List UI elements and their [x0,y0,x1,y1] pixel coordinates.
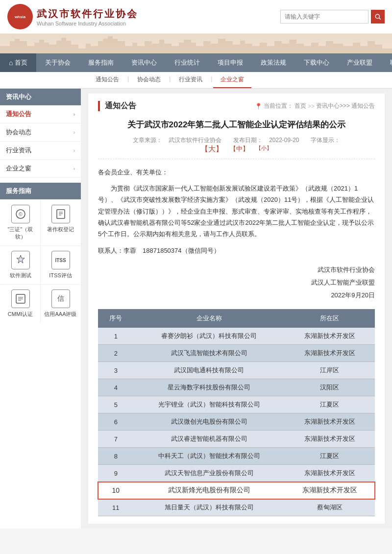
service-credit[interactable]: 信 信用AAA评级 [41,285,80,323]
cell-area: 东湖新技术开发区 [285,465,375,482]
itss-icon: ITSS [51,251,70,269]
svg-line-1 [379,18,381,20]
table-row: 2 武汉飞流智能技术有限公司 东湖新技术开发区 [98,345,375,362]
nav-stats[interactable]: 行业统计 [166,53,209,72]
sidebar-item-label: 企业之窗 [6,164,31,173]
table-row: 8 中科天工（武汉）智能技术有限公司 江夏区 [98,448,375,465]
search-input[interactable] [280,10,368,24]
font-size-controls: 【大】 【中】 【小】 [198,145,274,154]
table-row: 7 武汉睿进智能机器有限公司 东湖新技术开发区 [98,431,375,448]
sanzh-icon: © [11,205,30,223]
sidebar-item-industry[interactable]: 行业资讯 › [0,142,81,160]
cell-name: 中科天工（武汉）智能技术有限公司 [134,448,285,465]
table-row: 11 旭日量天（武汉）科技有限公司 蔡甸湖区 [98,499,375,516]
nav-item-label: 下载中心 [304,58,329,67]
article-meta: 文章来源： 武汉市软件行业协会 发布日期： 2022-09-20 字体显示： 【… [98,136,375,159]
article-signature: 武汉市软件行业协会 武汉人工智能产业联盟 2022年9月20日 [98,264,375,302]
sub-nav-sep2: | [168,72,172,88]
service-label: CMMI认证 [8,311,33,318]
col-name: 企业名称 [134,309,285,328]
skyline-decoration [0,34,392,53]
arrow-icon: › [74,166,75,171]
nav-news[interactable]: 资讯中心 [122,53,166,72]
logo-icon: whsia [7,4,33,29]
date-value: 2022-09-20 [269,137,299,144]
salutation: 各会员企业、有关单位： [98,167,375,178]
breadcrumb-current: 通知公告 [351,102,375,110]
source-label: 文章来源： [133,137,162,144]
breadcrumb-news-center[interactable]: 资讯中心>>> [316,102,350,110]
nav-about[interactable]: 关于协会 [36,53,79,72]
cell-area: 江岸区 [285,362,375,379]
service-itss[interactable]: ITSS ITSS评估 [41,246,80,284]
font-large-btn[interactable]: 【大】 [201,145,223,154]
site-subtitle: Wuhan Software Industry Association [37,21,138,26]
sub-nav-industry[interactable]: 行业资讯 [172,72,210,88]
breadcrumb-bar: 通知公告 📍 当前位置： 首页 >> 资讯中心>>> 通知公告 [98,101,375,111]
table-row: 4 星云海数字科技股份有限公司 汉阳区 [98,379,375,396]
table-row: 5 光宇锂业（武汉）智能科技有限公司 江夏区 [98,396,375,413]
nav-item-label: 首页 [15,58,27,67]
content-area: 通知公告 📍 当前位置： 首页 >> 资讯中心>>> 通知公告 关于武汉市202… [81,89,392,529]
font-label: 字体显示： [311,137,340,144]
col-num: 序号 [98,309,134,328]
nav-download[interactable]: 下载中心 [295,53,338,72]
nav-item-label: 服务指南 [88,58,114,67]
service-sanzh[interactable]: © "三证"（双软） [0,200,40,245]
service-cmmi[interactable]: CMMI认证 [0,285,40,323]
nav-item-label: 项目申报 [218,58,243,67]
service-label: 信用AAA评级 [44,311,76,318]
arrow-icon: › [74,148,75,153]
nav-item-label: 行业统计 [174,58,200,67]
cell-name: 光宇锂业（武汉）智能科技有限公司 [134,396,285,413]
cell-name: 武汉天智信息产业股份有限公司 [134,465,285,482]
svg-text:©: © [19,212,23,217]
cell-area: 江夏区 [285,448,375,465]
sub-nav-enterprise[interactable]: 企业之窗 [213,72,251,88]
section-title: 通知公告 [98,101,136,111]
arrow-icon: › [74,112,75,117]
breadcrumb-location-label: 当前位置： [264,102,293,110]
sidebar-item-assoc[interactable]: 协会动态 › [0,123,81,142]
signature-line-3: 2022年9月20日 [98,289,375,302]
breadcrumb-home[interactable]: 首页 [294,102,306,110]
font-mid-btn[interactable]: 【中】 [230,145,249,154]
cell-area: 汉阳区 [285,379,375,396]
home-icon: ⌂ [9,59,13,67]
service-label: 著作权登记 [47,226,74,233]
search-button[interactable] [371,10,385,24]
sidebar-item-label: 协会动态 [6,128,31,137]
service-label: 软件测试 [10,272,31,279]
svg-point-0 [375,14,379,18]
service-copyright[interactable]: 著作权登记 [41,200,80,245]
cell-num: 11 [98,499,134,516]
sub-nav-assoc[interactable]: 协会动态 [130,72,168,88]
article-title: 关于武汉市2022年第二批人工智能企业认定评估结果的公示 [98,119,375,131]
source-value: 武汉市软件行业协会 [169,137,221,144]
nav-policy[interactable]: 政策法规 [252,53,295,72]
sidebar-item-label: 通知公告 [6,110,31,119]
body-contact: 联系人：李蓉 18871850374（微信同号） [98,245,375,256]
sub-nav-notice[interactable]: 通知公告 [88,72,126,88]
service-test[interactable]: 软件测试 [0,246,40,284]
col-area: 所在区 [285,309,375,328]
cell-num: 2 [98,345,134,362]
logo-area: whsia 武汉市软件行业协会 Wuhan Software Industry … [7,4,138,29]
sidebar-item-enterprise[interactable]: 企业之窗 › [0,160,81,178]
nav-service[interactable]: 服务指南 [79,53,122,72]
credit-icon: 信 [51,289,70,308]
table-row: 6 武汉微创光电股份有限公司 东湖新技术开发区 [98,413,375,431]
cell-area: 东湖新技术开发区 [285,328,375,345]
cell-name: 旭日量天（武汉）科技有限公司 [134,499,285,516]
service-section-title: 服务指南 [0,183,81,199]
nav-alliance[interactable]: 产业联盟 [338,53,381,72]
nav-contact[interactable]: 联系我们 [381,53,392,72]
table-row: 9 武汉天智信息产业股份有限公司 东湖新技术开发区 [98,465,375,482]
nav-item-label: 产业联盟 [347,58,372,67]
nav-project[interactable]: 项目申报 [209,53,252,72]
nav-home[interactable]: ⌂ 首页 [0,53,36,72]
font-small-btn[interactable]: 【小】 [256,145,272,154]
sidebar-item-notice[interactable]: 通知公告 › [0,105,81,123]
nav-item-label: 政策法规 [261,58,286,67]
service-label: "三证"（双软） [3,226,38,241]
